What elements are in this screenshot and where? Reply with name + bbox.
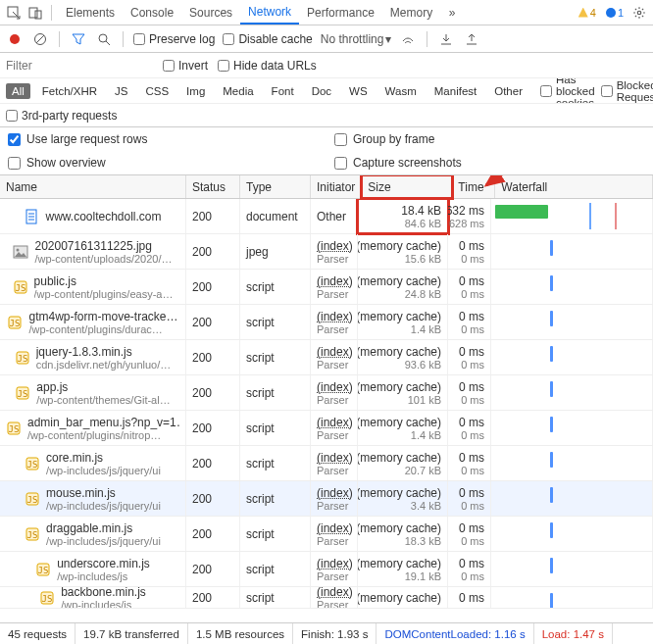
- table-row[interactable]: JSapp.js/wp-content/themes/Git-al…200scr…: [0, 375, 653, 411]
- large-rows-checkbox[interactable]: [8, 133, 21, 146]
- cell-initiator[interactable]: (index)Parser: [311, 375, 358, 410]
- col-waterfall[interactable]: Waterfall: [495, 175, 653, 198]
- cell-status: 200: [186, 517, 240, 551]
- cell-initiator[interactable]: Other: [311, 199, 358, 233]
- blocked-requests-checkbox[interactable]: Blocked Requests: [601, 79, 653, 103]
- cell-time: 0 ms0 ms: [448, 305, 491, 339]
- cell-initiator[interactable]: (index)Parser: [311, 481, 358, 516]
- svg-point-3: [637, 11, 641, 15]
- cell-initiator[interactable]: (index)Parser: [311, 587, 358, 608]
- cell-time: 0 ms: [448, 587, 491, 608]
- cell-time: 0 ms0 ms: [448, 552, 491, 586]
- svg-line-6: [36, 35, 44, 43]
- kind-wasm[interactable]: Wasm: [379, 83, 423, 99]
- table-row[interactable]: JSadmin_bar_menu.js?np_v=1…/wp-content/p…: [0, 411, 653, 446]
- record-icon[interactable]: [6, 30, 24, 48]
- settings-icon[interactable]: [629, 3, 649, 23]
- search-icon[interactable]: [95, 30, 113, 48]
- tab-console[interactable]: Console: [123, 0, 181, 25]
- show-overview-checkbox[interactable]: [8, 157, 21, 170]
- col-type[interactable]: Type: [240, 175, 311, 198]
- throttling-select[interactable]: No throttling ▾: [321, 32, 392, 46]
- kind-font[interactable]: Font: [266, 83, 300, 99]
- capture-screenshots-checkbox[interactable]: [334, 157, 347, 170]
- cell-initiator[interactable]: (index)Parser: [311, 234, 358, 269]
- table-row[interactable]: JSjquery-1.8.3.min.jscdn.jsdelivr.net/gh…: [0, 340, 653, 375]
- request-path: /wp-content/plugins/nitrop…: [27, 429, 179, 441]
- table-row[interactable]: JSmouse.min.js/wp-includes/js/jquery/ui2…: [0, 481, 653, 517]
- table-row[interactable]: JSdraggable.min.js/wp-includes/js/jquery…: [0, 517, 653, 552]
- filter-icon[interactable]: [70, 30, 87, 48]
- hide-data-urls-checkbox[interactable]: Hide data URLs: [218, 59, 317, 73]
- cell-status: 200: [186, 481, 240, 516]
- kind-all[interactable]: All: [6, 83, 30, 99]
- request-name: public.js: [34, 274, 174, 288]
- kind-media[interactable]: Media: [217, 83, 259, 99]
- cell-initiator[interactable]: (index)Parser: [311, 446, 358, 480]
- request-name: underscore.min.js: [57, 557, 150, 570]
- request-name: app.js: [36, 380, 170, 394]
- request-name: 202007161311225.jpg: [34, 239, 172, 253]
- blocked-cookies-checkbox[interactable]: Has blocked cookies: [540, 78, 595, 104]
- import-icon[interactable]: [437, 30, 455, 48]
- request-name: admin_bar_menu.js?np_v=1…: [27, 416, 179, 429]
- group-frame-checkbox[interactable]: [334, 133, 347, 146]
- tab-performance[interactable]: Performance: [299, 0, 382, 25]
- show-overview-label: Show overview: [26, 156, 106, 170]
- cell-initiator[interactable]: (index)Parser: [311, 517, 358, 551]
- col-status[interactable]: Status: [186, 175, 240, 198]
- cell-waterfall: [491, 446, 653, 480]
- script-icon: JS: [35, 562, 51, 577]
- kind-css[interactable]: CSS: [139, 83, 175, 99]
- status-finish: Finish: 1.93 s: [293, 623, 377, 644]
- cell-initiator[interactable]: (index)Parser: [311, 340, 358, 374]
- col-time[interactable]: Time: [452, 175, 495, 198]
- table-row[interactable]: www.cooltechdoll.com200documentOther18.4…: [0, 199, 653, 234]
- third-party-checkbox[interactable]: 3rd-party requests: [6, 109, 117, 123]
- request-path: /wp-includes/js/jquery/ui: [46, 465, 161, 476]
- messages-badge[interactable]: 1: [602, 7, 628, 19]
- tab-network[interactable]: Network: [240, 0, 299, 25]
- tab-elements[interactable]: Elements: [58, 0, 123, 25]
- inspect-icon[interactable]: [4, 3, 24, 23]
- preserve-log-checkbox[interactable]: Preserve log: [133, 32, 215, 46]
- export-icon[interactable]: [463, 30, 480, 48]
- invert-checkbox[interactable]: Invert: [163, 59, 208, 73]
- table-row[interactable]: JSpublic.js/wp-content/plugins/easy-a…20…: [0, 270, 653, 305]
- tab-memory[interactable]: Memory: [382, 0, 440, 25]
- table-row[interactable]: JSgtm4wp-form-move-tracke…/wp-content/pl…: [0, 305, 653, 340]
- cell-initiator[interactable]: (index)Parser: [311, 411, 358, 445]
- tab-sources[interactable]: Sources: [181, 0, 240, 25]
- cell-initiator[interactable]: (index)Parser: [311, 270, 358, 304]
- clear-icon[interactable]: [31, 30, 49, 48]
- col-name[interactable]: Name: [0, 175, 186, 198]
- kind-doc[interactable]: Doc: [306, 83, 337, 99]
- cell-initiator[interactable]: (index)Parser: [311, 305, 358, 339]
- cell-type: script: [240, 446, 311, 480]
- script-icon: JS: [15, 350, 30, 366]
- cell-status: 200: [186, 199, 240, 233]
- cell-initiator[interactable]: (index)Parser: [311, 552, 358, 586]
- warnings-badge[interactable]: 4: [575, 7, 600, 19]
- kind-img[interactable]: Img: [180, 83, 211, 99]
- cell-size: (memory cache)93.6 kB: [358, 340, 448, 374]
- kind-fetchxhr[interactable]: Fetch/XHR: [36, 83, 103, 99]
- request-path: /wp-includes/js: [57, 570, 150, 582]
- col-initiator[interactable]: Initiator: [311, 175, 362, 198]
- table-row[interactable]: JSunderscore.min.js/wp-includes/js200scr…: [0, 552, 653, 587]
- kind-other[interactable]: Other: [488, 83, 528, 99]
- table-row[interactable]: 202007161311225.jpg/wp-content/uploads/2…: [0, 234, 653, 270]
- cell-size: (memory cache)18.3 kB: [358, 517, 448, 551]
- more-tabs-icon[interactable]: »: [442, 3, 462, 23]
- kind-ws[interactable]: WS: [343, 83, 374, 99]
- kind-js[interactable]: JS: [109, 83, 133, 99]
- table-row[interactable]: JScore.min.js/wp-includes/js/jquery/ui20…: [0, 446, 653, 481]
- filter-input[interactable]: [6, 59, 153, 73]
- device-icon[interactable]: [25, 3, 45, 23]
- script-icon: JS: [39, 590, 55, 606]
- disable-cache-checkbox[interactable]: Disable cache: [223, 32, 312, 46]
- table-row[interactable]: JSbackbone.min.js/wp-includes/js200scrip…: [0, 587, 653, 609]
- network-conditions-icon[interactable]: [399, 30, 417, 48]
- col-size[interactable]: Size: [362, 175, 452, 198]
- kind-manifest[interactable]: Manifest: [428, 83, 482, 99]
